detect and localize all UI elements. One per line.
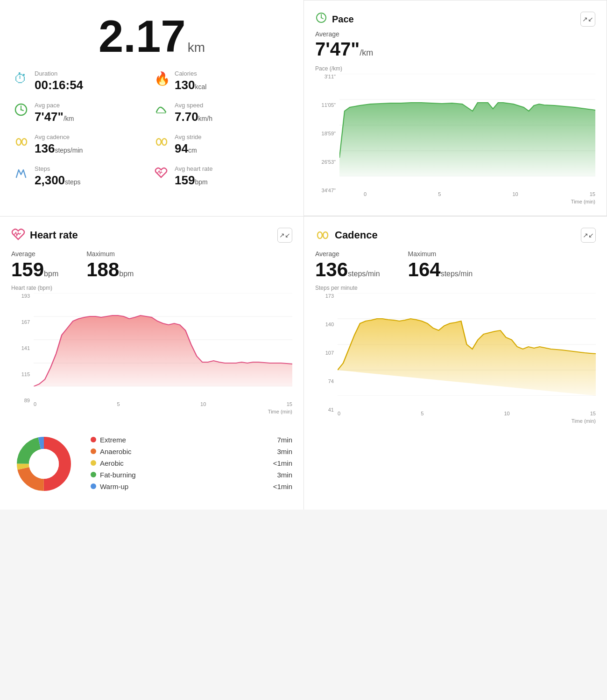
calories-value: 130kcal — [175, 78, 206, 92]
heart-max-value: 188bpm — [86, 259, 134, 281]
anaerobic-dot — [91, 448, 96, 454]
heart-rate-section: Heart rate ↗↙ Average 159bpm Maximum 188… — [0, 216, 304, 510]
anaerobic-name: Anaerobic — [100, 448, 265, 455]
extreme-name: Extreme — [100, 436, 265, 444]
zone-fatburning: Fat-burning 3min — [91, 471, 292, 479]
duration-value: 00:16:54 — [35, 78, 83, 92]
zone-section: Extreme 7min Anaerobic 3min Aerobic <1mi… — [11, 424, 292, 498]
fatburning-name: Fat-burning — [100, 471, 265, 479]
pace-chart-container: 3'11" 11'05" 18'59" 26'53" 34'47" — [315, 74, 595, 204]
fatburning-dot — [91, 472, 96, 477]
zone-extreme: Extreme 7min — [91, 436, 292, 444]
avg-stride-label: Avg stride — [175, 133, 202, 140]
stride-icon — [154, 134, 169, 151]
avg-stride-value: 94cm — [175, 141, 202, 156]
pace-y-labels: 3'11" 11'05" 18'59" 26'53" 34'47" — [315, 74, 338, 193]
zone-anaerobic: Anaerobic 3min — [91, 448, 292, 455]
svg-point-8 — [162, 139, 167, 145]
cadence-svg-chart — [338, 293, 596, 396]
svg-point-30 — [323, 232, 328, 238]
heart-avg-stat: Average 159bpm — [11, 250, 58, 281]
pace-chart-title: Pace — [332, 14, 354, 25]
bottom-grid: Heart rate ↗↙ Average 159bpm Maximum 188… — [0, 216, 607, 510]
avg-hr-value: 159bpm — [175, 173, 212, 188]
donut-chart — [11, 431, 77, 498]
aerobic-name: Aerobic — [100, 459, 265, 467]
distance-value: 2.17 — [99, 11, 186, 61]
distance-unit: km — [188, 40, 205, 55]
calories-icon: 🔥 — [154, 71, 169, 86]
cadence-title: Cadence — [335, 229, 378, 241]
heart-rate-icon — [11, 228, 25, 243]
svg-point-6 — [22, 139, 27, 145]
avg-speed-value: 7.70km/h — [175, 110, 212, 124]
warmup-dot — [91, 483, 96, 489]
svg-point-3 — [21, 109, 22, 111]
zone-legend: Extreme 7min Anaerobic 3min Aerobic <1mi… — [91, 436, 292, 494]
cadence-x-axis: 051015 — [338, 411, 596, 416]
stat-calories: 🔥 Calories 130kcal — [154, 70, 289, 92]
avg-hr-label: Avg heart rate — [175, 165, 212, 172]
stats-grid: ⏱ Duration 00:16:54 🔥 Calories 130kcal — [14, 70, 289, 188]
stat-avg-stride: Avg stride 94cm — [154, 133, 289, 156]
heart-avg-value: 159bpm — [11, 259, 58, 281]
timer-icon: ⏱ — [14, 71, 29, 86]
summary-card: 2.17km ⏱ Duration 00:16:54 🔥 Calories — [0, 0, 304, 216]
hr-metric-label: Heart rate (bpm) — [11, 285, 292, 291]
stat-avg-pace: Avg pace 7'47"/km — [14, 102, 149, 124]
aerobic-dot — [91, 460, 96, 466]
heart-stats: Average 159bpm Maximum 188bpm — [11, 250, 292, 281]
cadence-max-value: 164steps/min — [408, 259, 473, 281]
cadence-section-icon — [315, 228, 330, 243]
svg-point-28 — [29, 449, 59, 479]
cadence-icon — [14, 134, 29, 151]
avg-cadence-value: 136steps/min — [35, 141, 83, 156]
cadence-expand-button[interactable]: ↗↙ — [581, 228, 596, 243]
stat-avg-cadence: Avg cadence 136steps/min — [14, 133, 149, 156]
svg-point-5 — [16, 139, 21, 145]
duration-label: Duration — [35, 70, 83, 77]
stat-avg-speed: Avg speed 7.70km/h — [154, 102, 289, 124]
svg-point-12 — [321, 17, 322, 18]
hr-x-title: Time (min) — [268, 409, 292, 414]
hr-x-axis: 051015 — [34, 401, 292, 407]
steps-value: 2,300steps — [35, 173, 81, 188]
cadence-max-stat: Maximum 164steps/min — [408, 250, 473, 281]
hr-y-labels: 193 167 141 115 89 — [11, 293, 32, 403]
cadence-avg-stat: Average 136steps/min — [315, 250, 380, 281]
steps-icon — [14, 166, 29, 182]
pace-avg-label: Average — [315, 30, 595, 38]
avg-speed-label: Avg speed — [175, 102, 212, 109]
pace-metric-label: Pace (/km) — [315, 65, 595, 72]
extreme-dot — [91, 437, 96, 442]
pace-card: Pace ↗↙ Average 7'47"/km Pace (/km) 3'11… — [304, 0, 607, 216]
cadence-x-title: Time (min) — [572, 418, 596, 424]
avg-pace-value: 7'47"/km — [35, 110, 74, 124]
pace-avg-value: 7'47"/km — [315, 39, 595, 60]
heart-expand-button[interactable]: ↗↙ — [277, 228, 292, 243]
speed-icon — [154, 103, 169, 120]
cadence-avg-value: 136steps/min — [315, 259, 380, 281]
zone-warmup: Warm-up <1min — [91, 483, 292, 490]
cadence-chart-container: 173 140 107 74 41 — [315, 293, 596, 424]
extreme-time: 7min — [269, 436, 292, 444]
svg-point-7 — [156, 139, 161, 145]
pace-icon — [14, 103, 29, 120]
cadence-stats: Average 136steps/min Maximum 164steps/mi… — [315, 250, 596, 281]
pace-expand-button[interactable]: ↗↙ — [580, 12, 595, 27]
cadence-section: Cadence ↗↙ Average 136steps/min Maximum … — [304, 216, 607, 510]
heart-max-stat: Maximum 188bpm — [86, 250, 134, 281]
avg-pace-label: Avg pace — [35, 102, 74, 109]
stat-steps: Steps 2,300steps — [14, 165, 149, 188]
cadence-metric-label: Steps per minute — [315, 285, 596, 291]
svg-point-29 — [318, 232, 322, 238]
pace-x-axis: 051015 — [339, 191, 595, 197]
hr-chart-container: 193 167 141 115 89 — [11, 293, 292, 414]
heart-rate-title: Heart rate — [30, 229, 78, 241]
avg-cadence-label: Avg cadence — [35, 133, 83, 140]
calories-label: Calories — [175, 70, 206, 77]
warmup-name: Warm-up — [100, 483, 265, 490]
pace-svg-chart — [339, 74, 595, 176]
steps-label: Steps — [35, 165, 81, 172]
aerobic-time: <1min — [269, 459, 292, 467]
